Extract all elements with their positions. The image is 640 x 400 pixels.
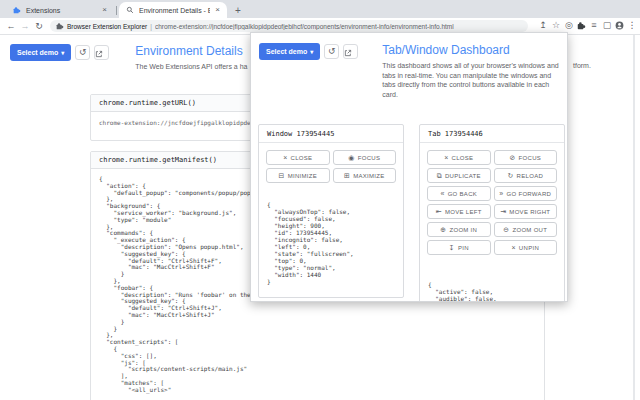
page-description-fragment: The Web Extensions API offers a ha — [135, 62, 247, 72]
tab-unpin-button[interactable]: ×UNPIN — [494, 240, 558, 255]
fast-forward-icon: » — [499, 190, 503, 197]
popup-title-block: Tab/Window Dashboard This dashboard show… — [382, 43, 566, 99]
pin-icon: ↧ — [449, 244, 455, 252]
tab-close-button[interactable]: ×CLOSE — [427, 150, 491, 165]
open-in-new-icon — [344, 49, 352, 57]
tab-strip: Extensions × Environment Details - Brows… — [0, 0, 640, 18]
window-minimize-button[interactable]: ⊟MINIMIZE — [266, 168, 330, 183]
tab-go-forward-button[interactable]: »GO FORWARD — [494, 186, 558, 201]
profile-avatar[interactable] — [615, 21, 624, 30]
minimize-icon: ⊟ — [278, 172, 284, 180]
tab-move-left-button[interactable]: ⇤MOVE LEFT — [427, 204, 491, 219]
window-card-buttons: ×CLOSE ◉FOCUS ⊟MINIMIZE ⊞MAXIMIZE — [266, 150, 396, 183]
zoom-lens-icon[interactable]: ◎ — [564, 20, 574, 30]
popup-description: This dashboard shows all of your browser… — [382, 61, 566, 99]
tab-divider — [116, 6, 117, 15]
tab-duplicate-button[interactable]: ⧉DUPLICATE — [427, 168, 491, 183]
reading-list-icon[interactable]: ≡ — [589, 20, 599, 30]
magnifier-favicon-icon — [126, 6, 134, 14]
extensions-toolbar-puzzle-icon[interactable] — [577, 21, 586, 30]
address-bar[interactable]: Browser Extension Explorer | chrome-exte… — [50, 20, 528, 32]
window-card: Window 173954445 ×CLOSE ◉FOCUS ⊟MINIMIZE… — [258, 124, 404, 298]
open-in-new-button[interactable] — [343, 44, 358, 59]
window-card-title: Window 173954445 — [259, 125, 403, 143]
select-demo-button[interactable]: Select demo ▾ — [10, 44, 71, 61]
zoom-in-icon: ⊕ — [440, 226, 446, 234]
tab-focus-button[interactable]: ⊘FOCUS — [494, 150, 558, 165]
tab-move-right-button[interactable]: ⇥MOVE RIGHT — [494, 204, 558, 219]
back-icon[interactable]: ← — [4, 21, 18, 31]
tab-environment-details[interactable]: Environment Details - Browser × — [119, 2, 227, 18]
close-icon: × — [444, 154, 448, 161]
new-tab-button[interactable]: + — [235, 5, 241, 16]
page-scrollbar[interactable] — [633, 35, 635, 400]
environment-details-header: Select demo ▾ ↺ Environment Details The … — [10, 44, 247, 72]
move-right-icon: ⇥ — [500, 208, 506, 216]
eye-off-icon: ⊘ — [509, 154, 515, 162]
tab-close-icon[interactable]: × — [215, 6, 220, 14]
duplicate-icon: ⧉ — [437, 172, 442, 180]
tab-zoom-in-button[interactable]: ⊕ZOOM IN — [427, 222, 491, 237]
tab-reload-button[interactable]: ↻RELOAD — [494, 168, 558, 183]
tab-card-buttons: ×CLOSE ⊘FOCUS ⧉DUPLICATE ↻RELOAD «GO BAC… — [427, 150, 557, 255]
bookmark-star-icon[interactable]: ☆ — [551, 20, 561, 30]
popup-title: Tab/Window Dashboard — [382, 43, 566, 57]
tab-label: Extensions — [26, 7, 97, 14]
chevron-down-icon: ▾ — [310, 48, 313, 55]
forward-icon[interactable]: → — [18, 21, 32, 31]
maximize-icon: ⊞ — [344, 172, 350, 180]
open-in-new-icon — [95, 50, 103, 58]
tab-label: Environment Details - Browser — [139, 7, 210, 14]
eye-icon: ◉ — [348, 154, 354, 162]
tab-close-icon[interactable]: × — [102, 6, 107, 14]
reset-demo-button[interactable]: ↺ — [324, 44, 339, 59]
tab-pin-button[interactable]: ↧PIN — [427, 240, 491, 255]
chevron-down-icon: ▾ — [61, 49, 64, 56]
toolbar-icons: ↥ ☆ ◎ ≡ ▢ ⋮ — [538, 20, 637, 30]
extension-page-puzzle-icon — [56, 22, 64, 30]
page-title-block: Environment Details The Web Extensions A… — [135, 44, 247, 72]
address-divider: | — [150, 23, 152, 30]
close-icon: × — [283, 154, 287, 161]
rewind-icon: « — [440, 190, 444, 197]
page-title: Environment Details — [135, 44, 247, 58]
side-panel-icon[interactable]: ▢ — [602, 20, 612, 30]
window-maximize-button[interactable]: ⊞MAXIMIZE — [333, 168, 397, 183]
reset-demo-button[interactable]: ↺ — [75, 45, 90, 60]
window-close-button[interactable]: ×CLOSE — [266, 150, 330, 165]
reload-icon: ↻ — [507, 172, 513, 180]
tab-go-back-button[interactable]: «GO BACK — [427, 186, 491, 201]
unpin-icon: × — [511, 244, 515, 251]
tab-zoom-out-button[interactable]: ⊖ZOOM OUT — [494, 222, 558, 237]
reload-icon[interactable]: ↻ — [32, 21, 46, 31]
menu-dots-icon[interactable]: ⋮ — [627, 20, 637, 30]
tab-extensions[interactable]: Extensions × — [6, 2, 114, 18]
window-focus-button[interactable]: ◉FOCUS — [333, 150, 397, 165]
select-demo-button[interactable]: Select demo ▾ — [259, 43, 320, 60]
page-description-fragment-right: tform. — [573, 62, 591, 69]
popup-header: Select demo ▾ ↺ Tab/Window Dashboard Thi… — [259, 43, 566, 99]
browser-window: Extensions × Environment Details - Brows… — [0, 0, 640, 400]
address-url: chrome-extension://jncfdoejfipgalklopidp… — [155, 23, 454, 30]
window-json: { "alwaysOnTop": false, "focused": false… — [267, 201, 395, 285]
extensions-puzzle-icon — [13, 6, 21, 14]
tab-card-title: Tab 173954446 — [420, 125, 564, 143]
tab-window-dashboard-popup: Select demo ▾ ↺ Tab/Window Dashboard Thi… — [250, 32, 568, 302]
tab-card: Tab 173954446 ×CLOSE ⊘FOCUS ⧉DUPLICATE ↻… — [419, 124, 565, 302]
extension-name: Browser Extension Explorer — [67, 23, 147, 30]
zoom-out-icon: ⊖ — [503, 226, 509, 234]
tab-json: { "active": false, "audible": false, — [428, 281, 556, 302]
share-icon[interactable]: ↥ — [538, 20, 548, 30]
open-in-new-button[interactable] — [94, 45, 109, 60]
move-left-icon: ⇤ — [436, 208, 442, 216]
